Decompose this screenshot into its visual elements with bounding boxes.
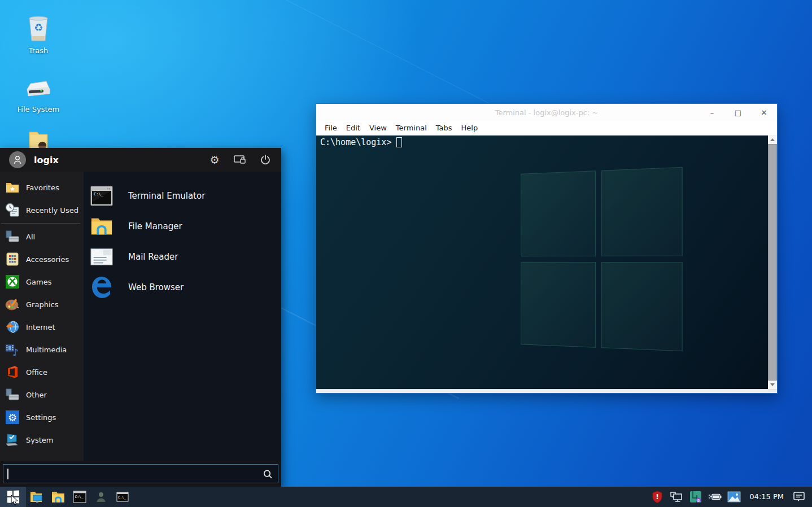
taskbar-terminal-2-button[interactable]: C:\_ bbox=[112, 487, 133, 507]
start-menu-header: logix ⚙ bbox=[0, 148, 281, 172]
sidebar-item-games[interactable]: Games bbox=[0, 270, 84, 293]
sidebar-item-label: Internet bbox=[26, 323, 55, 331]
sidebar-item-label: System bbox=[26, 436, 53, 444]
sidebar-item-all[interactable]: All bbox=[0, 225, 84, 248]
taskbar-user-session-button[interactable] bbox=[90, 487, 112, 507]
close-button[interactable]: ✕ bbox=[751, 104, 777, 121]
settings-icon: ⚙ bbox=[5, 409, 20, 425]
notifications-icon[interactable] bbox=[791, 487, 807, 507]
app-item-label: Terminal Emulator bbox=[128, 191, 205, 201]
mail-reader-icon bbox=[90, 246, 113, 268]
app-item-mail-reader[interactable]: Mail Reader bbox=[90, 242, 281, 272]
sidebar-item-system[interactable]: System bbox=[0, 429, 84, 451]
other-icon bbox=[5, 387, 20, 403]
sidebar-item-graphics[interactable]: Graphics bbox=[0, 293, 84, 316]
hard-drive-icon bbox=[24, 79, 53, 102]
text-caret bbox=[7, 469, 8, 479]
sidebar-item-label: Games bbox=[26, 278, 51, 286]
taskbar: C:\_ C:\_ ! bbox=[0, 487, 812, 507]
workspace-pager-icon[interactable]: ⚙ bbox=[687, 487, 704, 507]
taskbar-desktop-folder-button[interactable] bbox=[26, 487, 47, 507]
desktop-icon-label: File System bbox=[18, 105, 59, 113]
taskbar-clock[interactable]: 04:15 PM bbox=[745, 487, 788, 507]
file-manager-icon bbox=[90, 215, 113, 238]
terminal-emulator-icon: C:\_ bbox=[90, 185, 113, 207]
minimize-button[interactable]: – bbox=[699, 104, 725, 121]
terminal-content[interactable]: C:\home\logix> bbox=[316, 136, 768, 389]
svg-text:♻: ♻ bbox=[34, 21, 43, 33]
sidebar-item-label: Office bbox=[26, 368, 47, 377]
vertical-scrollbar bbox=[768, 136, 777, 389]
settings-gear-icon[interactable]: ⚙ bbox=[208, 153, 221, 167]
sidebar-item-office[interactable]: Office bbox=[0, 361, 84, 383]
taskbar-file-manager-button[interactable] bbox=[47, 487, 69, 507]
desktop-icon-file-system[interactable]: File System bbox=[11, 79, 66, 113]
sidebar-item-recently-used[interactable]: Recently Used bbox=[0, 199, 84, 221]
graphics-icon bbox=[5, 296, 20, 312]
lock-screen-icon[interactable] bbox=[233, 153, 247, 167]
scroll-up-button[interactable] bbox=[768, 136, 777, 144]
home-folder-icon bbox=[25, 130, 52, 149]
web-browser-edge-icon bbox=[90, 276, 113, 299]
terminal-prompt: C:\home\logix> bbox=[320, 137, 391, 147]
sidebar-item-label: Other bbox=[26, 391, 47, 399]
sidebar-item-multimedia[interactable]: ♪ Multimedia bbox=[0, 338, 84, 361]
search-input[interactable] bbox=[3, 469, 278, 478]
svg-text:!: ! bbox=[656, 493, 659, 501]
sidebar-separator bbox=[1, 223, 80, 224]
windows-logo-watermark bbox=[521, 167, 682, 352]
menu-help[interactable]: Help bbox=[457, 122, 482, 134]
sidebar-item-settings[interactable]: ⚙ Settings bbox=[0, 406, 84, 429]
menu-file[interactable]: File bbox=[321, 122, 341, 134]
start-menu: logix ⚙ bbox=[0, 148, 281, 487]
app-item-label: Mail Reader bbox=[128, 252, 178, 262]
scroll-down-button[interactable] bbox=[768, 381, 777, 389]
sidebar-item-other[interactable]: Other bbox=[0, 383, 84, 406]
accessories-icon bbox=[5, 251, 20, 267]
svg-text:♪: ♪ bbox=[12, 347, 19, 357]
sidebar-item-internet[interactable]: Internet bbox=[0, 316, 84, 338]
menu-terminal[interactable]: Terminal bbox=[392, 122, 431, 134]
maximize-button[interactable]: □ bbox=[725, 104, 751, 121]
office-icon bbox=[5, 364, 20, 380]
svg-text:C:\_: C:\_ bbox=[94, 192, 104, 196]
app-item-file-manager[interactable]: File Manager bbox=[90, 211, 281, 242]
terminal-cursor bbox=[396, 137, 402, 147]
taskbar-terminal-button[interactable]: C:\_ bbox=[69, 487, 90, 507]
sidebar-item-label: Multimedia bbox=[26, 346, 67, 354]
horizontal-scrollbar[interactable] bbox=[316, 389, 777, 393]
security-warning-icon[interactable]: ! bbox=[649, 487, 666, 507]
menu-view[interactable]: View bbox=[365, 122, 391, 134]
terminal-titlebar[interactable]: Terminal - logix@logix-pc: ~ – □ ✕ bbox=[316, 104, 777, 121]
sidebar-item-label: Accessories bbox=[26, 255, 69, 264]
network-icon[interactable] bbox=[668, 487, 685, 507]
trash-icon: ♻ bbox=[25, 15, 52, 43]
battery-icon[interactable] bbox=[706, 487, 723, 507]
menu-tabs[interactable]: Tabs bbox=[432, 122, 456, 134]
menu-edit[interactable]: Edit bbox=[342, 122, 364, 134]
games-icon bbox=[5, 274, 20, 290]
desktop-icon-home[interactable] bbox=[11, 130, 66, 149]
scrollbar-thumb[interactable] bbox=[768, 144, 777, 381]
search-box bbox=[3, 464, 278, 483]
app-item-terminal-emulator[interactable]: C:\_ Terminal Emulator bbox=[90, 181, 281, 211]
all-applications-icon bbox=[5, 229, 20, 244]
power-icon[interactable] bbox=[259, 153, 272, 167]
sidebar-item-accessories[interactable]: Accessories bbox=[0, 248, 84, 270]
internet-icon bbox=[5, 319, 20, 335]
svg-text:⚙: ⚙ bbox=[697, 499, 700, 503]
wallpaper-preview-icon[interactable] bbox=[726, 487, 743, 507]
recently-used-icon bbox=[5, 202, 20, 218]
sidebar-item-favorites[interactable]: Favorites bbox=[0, 176, 84, 199]
system-icon bbox=[5, 432, 20, 448]
sidebar-item-label: Recently Used bbox=[26, 206, 78, 215]
desktop-icon-trash[interactable]: ♻ Trash bbox=[11, 15, 66, 55]
start-button[interactable] bbox=[0, 487, 26, 507]
user-avatar[interactable] bbox=[9, 151, 26, 168]
desktop-icon-label: Trash bbox=[29, 46, 48, 55]
app-item-web-browser[interactable]: Web Browser bbox=[90, 272, 281, 303]
favorites-icon bbox=[5, 180, 20, 195]
sidebar-item-label: Graphics bbox=[26, 300, 58, 309]
username: logix bbox=[34, 155, 59, 165]
sidebar-item-label: Favorites bbox=[26, 183, 59, 192]
